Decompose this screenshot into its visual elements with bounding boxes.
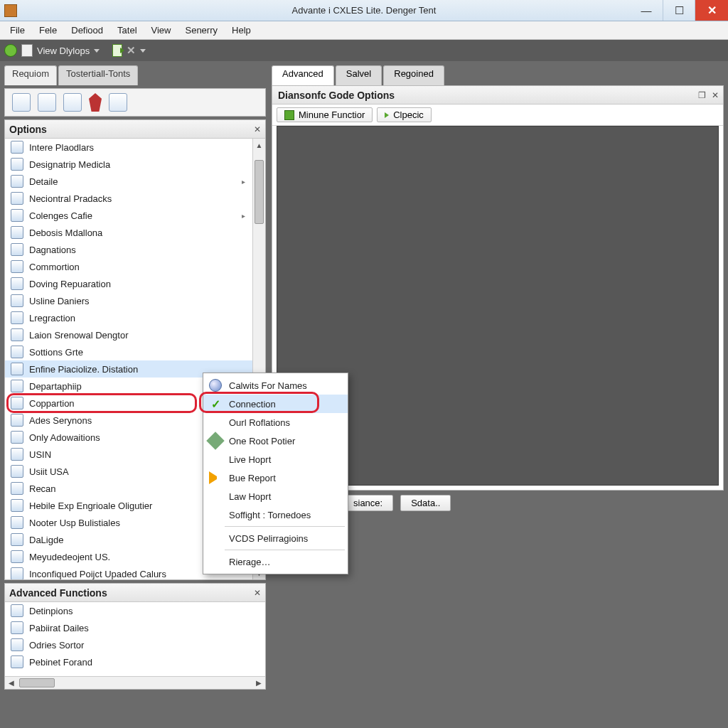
item-label: Coppartion <box>29 398 75 409</box>
item-icon <box>11 380 23 392</box>
left-tabs: Requiom Tostertiall-Tonts <box>4 65 266 85</box>
context-menu-item[interactable]: Law Hoprt <box>203 487 348 505</box>
advanced-item[interactable]: Detinpions <box>5 602 265 619</box>
advanced-item[interactable]: Pabiirat Dailes <box>5 619 265 636</box>
advanced-item[interactable]: Odries Sortor <box>5 636 265 653</box>
dropdown-arrow-icon[interactable] <box>94 49 100 53</box>
tab-salvel[interactable]: Salvel <box>336 65 382 85</box>
options-close-icon[interactable]: ✕ <box>254 124 261 134</box>
right-box-close-icon[interactable]: ✕ <box>712 90 719 100</box>
close-button[interactable]: ✕ <box>695 0 728 21</box>
scroll-thumb[interactable] <box>255 160 264 224</box>
context-menu-item[interactable]: One Root Potier <box>203 432 348 450</box>
options-item[interactable]: Doving Repuaration <box>5 275 265 292</box>
context-menu-item[interactable]: VCDS Pelirragioins <box>203 529 348 547</box>
main-toolbar: View Dlylops ✕ <box>0 40 728 61</box>
item-icon <box>11 158 23 171</box>
options-item[interactable]: Debosis Mdallona <box>5 224 265 241</box>
window-title: Advante i CXLES Lite. Denger Tent <box>0 5 728 16</box>
options-item[interactable]: Laion Srenowal Dengtor <box>5 326 265 343</box>
minune-functior-button[interactable]: Minune Functior <box>277 107 373 122</box>
export-icon[interactable] <box>112 44 122 57</box>
context-menu-item[interactable]: ✓Connection <box>203 395 348 413</box>
tool-icon-5[interactable] <box>109 93 127 112</box>
tool-icon-2[interactable] <box>38 93 56 112</box>
sdata-button[interactable]: Sdata.. <box>400 495 451 511</box>
item-icon <box>11 655 23 668</box>
options-item[interactable]: Intere Plaodlars <box>5 139 265 156</box>
dropdown-arrow-icon-2[interactable] <box>140 49 146 53</box>
titlebar: Advante i CXLES Lite. Denger Tent — ☐ ✕ <box>0 0 728 21</box>
item-label: Ades Serynons <box>29 415 92 426</box>
item-icon <box>11 638 23 651</box>
options-item[interactable]: Lregraction <box>5 309 265 326</box>
context-menu-label: Bue Report <box>229 473 276 483</box>
context-menu-label: Law Hoprt <box>229 491 271 502</box>
delete-icon[interactable]: ✕ <box>127 44 136 57</box>
clpecic-button[interactable]: Clpecic <box>377 107 432 122</box>
options-item[interactable]: Designatrip Medicla <box>5 156 265 173</box>
status-icon[interactable] <box>4 44 17 57</box>
item-label: Pebinet Forand <box>29 657 92 668</box>
item-icon <box>11 604 23 617</box>
window-controls: — ☐ ✕ <box>630 0 728 21</box>
menu-senerry[interactable]: Senerry <box>178 23 225 37</box>
chevron-right-icon: ▸ <box>242 178 245 186</box>
item-label: Usline Daniers <box>29 296 90 306</box>
item-icon <box>11 533 23 546</box>
advanced-functions-header: Advanced Functions ✕ <box>5 584 265 602</box>
menu-view[interactable]: View <box>144 23 178 37</box>
context-menu-item[interactable]: Bue Report <box>203 469 348 487</box>
item-label: Only Adowaitions <box>29 432 100 443</box>
tab-advanced[interactable]: Advanced <box>272 65 334 85</box>
tab-tostertial[interactable]: Tostertiall-Tonts <box>58 65 138 85</box>
menu-fele[interactable]: Fele <box>32 23 64 37</box>
context-menu-item[interactable]: Soffight : Tornedoes <box>203 505 348 524</box>
context-menu-item[interactable]: Calwits For Names <box>203 376 348 395</box>
item-icon <box>11 175 23 188</box>
play-icon <box>209 471 222 484</box>
document-icon[interactable] <box>21 44 33 57</box>
item-icon <box>11 397 23 410</box>
hscroll-thumb[interactable] <box>19 678 55 687</box>
item-icon <box>11 482 23 495</box>
item-label: Detinpions <box>29 606 73 616</box>
context-menu-item[interactable]: Ourl Roflations <box>203 413 348 432</box>
hscroll-left-icon[interactable]: ◀ <box>5 677 18 689</box>
options-item[interactable]: Neciontral Pradacks <box>5 190 265 207</box>
tab-requiom[interactable]: Requiom <box>4 65 57 85</box>
options-item[interactable]: Sottions Grte <box>5 343 265 360</box>
tool-icon-1[interactable] <box>12 93 31 112</box>
context-menu-label: VCDS Pelirragioins <box>229 533 308 544</box>
context-menu-item[interactable]: Live Hoprt <box>203 450 348 469</box>
options-item[interactable]: Usline Daniers <box>5 292 265 309</box>
options-item[interactable]: Commortion <box>5 258 265 275</box>
advanced-hscroll[interactable]: ◀ ▶ <box>5 676 265 689</box>
options-item[interactable]: Colenges Cafie▸ <box>5 207 265 224</box>
right-box-restore-icon[interactable]: ❐ <box>698 90 706 100</box>
view-dlylops-label[interactable]: View Dlylops <box>37 46 90 56</box>
context-menu-item[interactable]: Rierage… <box>203 552 348 571</box>
menu-file[interactable]: File <box>3 23 32 37</box>
options-item[interactable]: Dagnations <box>5 241 265 258</box>
item-label: Inconfiqued Poijct Upaded Calurs <box>29 569 166 579</box>
tab-regoined[interactable]: Regoined <box>383 65 444 85</box>
siance-button[interactable]: siance: <box>343 495 393 511</box>
advanced-item[interactable]: Pebinet Forand <box>5 653 265 670</box>
tool-icon-4[interactable] <box>89 93 102 112</box>
scroll-up-icon[interactable]: ▲ <box>253 139 265 151</box>
maximize-button[interactable]: ☐ <box>663 0 695 21</box>
item-icon <box>11 243 23 256</box>
minimize-button[interactable]: — <box>630 0 663 21</box>
item-label: Departaphiip <box>29 381 82 392</box>
menu-help[interactable]: Help <box>225 23 258 37</box>
wrench-icon <box>206 432 224 449</box>
item-icon <box>11 363 23 375</box>
hscroll-right-icon[interactable]: ▶ <box>252 677 265 689</box>
tool-icon-3[interactable] <box>63 93 82 112</box>
options-item[interactable]: Detaile▸ <box>5 173 265 190</box>
menu-tatel[interactable]: Tatel <box>110 23 144 37</box>
menu-defiood[interactable]: Defiood <box>64 23 110 37</box>
advanced-functions-close-icon[interactable]: ✕ <box>254 588 261 598</box>
item-label: Pabiirat Dailes <box>29 623 89 633</box>
